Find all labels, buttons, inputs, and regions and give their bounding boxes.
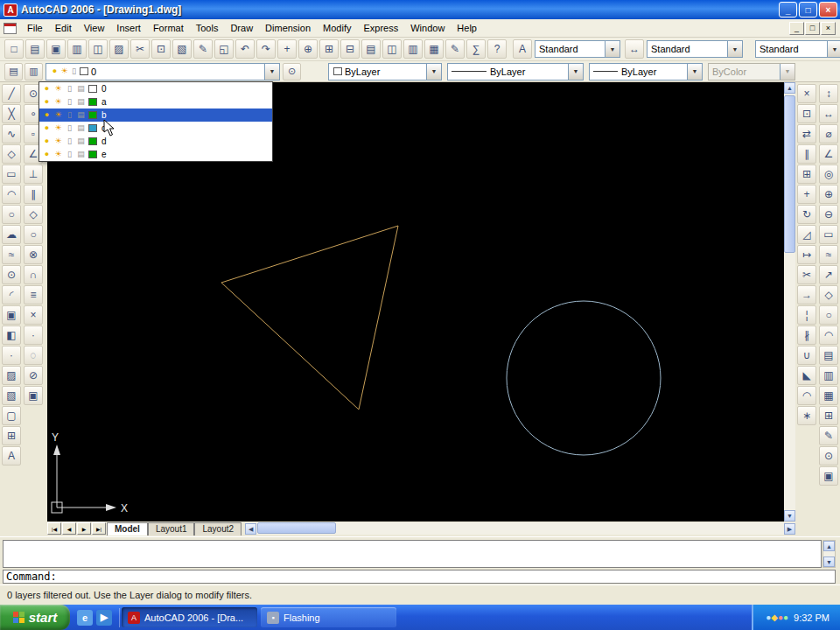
dim-table-icon[interactable]: ⊞ (819, 406, 838, 425)
layer-plot-icon[interactable]: ▤ (76, 124, 86, 132)
ellipse-arc-icon[interactable]: ◜ (2, 285, 21, 304)
hatch-icon[interactable]: ▨ (2, 366, 21, 385)
dim-baseline-icon[interactable]: ▭ (819, 225, 838, 244)
offset-icon[interactable]: ∥ (797, 144, 816, 164)
child-restore-button[interactable]: □ (805, 22, 820, 35)
taskbar-button-flashing[interactable]: ▪ Flashing (261, 607, 396, 627)
plot-icon[interactable]: ▥ (67, 39, 87, 59)
snap-tangent-icon[interactable]: ⊗ (24, 245, 43, 264)
construction-line-icon[interactable]: ╳ (2, 104, 21, 123)
tab-layout2[interactable]: Layout2 (194, 522, 242, 536)
mirror-icon[interactable]: ⇄ (797, 124, 816, 144)
layer-dropdown-item[interactable]: ● ☀ ▯ ▤ c (39, 122, 272, 135)
zoom-in-icon[interactable]: ⊕ (819, 185, 838, 204)
scale-icon[interactable]: ◿ (797, 225, 816, 244)
text-style-icon[interactable]: A (513, 39, 532, 59)
snap-nearest-icon[interactable]: ◌ (24, 346, 43, 365)
scroll-right-icon[interactable]: ▶ (784, 523, 795, 535)
scroll-down-icon[interactable]: ▼ (823, 556, 835, 567)
extend-icon[interactable]: → (797, 285, 816, 304)
insert-block-icon[interactable]: ▣ (2, 305, 21, 325)
command-input[interactable]: Command: (3, 570, 836, 584)
quick-calc-icon[interactable]: ∑ (466, 39, 486, 59)
snap-extension-icon[interactable]: ∥ (24, 185, 43, 204)
layer-freeze-icon[interactable]: ☀ (53, 124, 63, 132)
horizontal-scroll-thumb[interactable] (257, 522, 336, 534)
layer-freeze-icon[interactable]: ☀ (53, 137, 63, 145)
copy-object-icon[interactable]: ⊡ (797, 104, 816, 123)
markup-set-manager-icon[interactable]: ✎ (445, 39, 465, 59)
layer-plot-icon[interactable]: ▤ (76, 150, 86, 158)
tolerance-icon[interactable]: ◇ (819, 285, 838, 304)
menu-express[interactable]: Express (357, 20, 404, 36)
layer-freeze-icon[interactable]: ☀ (53, 111, 63, 119)
new-icon[interactable]: □ (4, 39, 24, 59)
join-icon[interactable]: ∪ (797, 346, 816, 365)
array-icon[interactable]: ⊞ (797, 164, 816, 184)
minimize-button[interactable]: _ (779, 2, 797, 18)
undo-icon[interactable]: ↶ (235, 39, 255, 59)
snap-perpendicular-icon[interactable]: ∩ (24, 265, 43, 284)
pan-icon[interactable]: + (277, 39, 297, 59)
layer-dropdown-item[interactable]: ● ☀ ▯ ▤ 0 (39, 82, 272, 95)
properties-icon[interactable]: ▤ (361, 39, 381, 59)
text-style-combo[interactable]: Standard ▼ (535, 40, 620, 58)
lineweight-combo[interactable]: ByLayer ▼ (589, 63, 703, 80)
dim-text-edit-icon[interactable]: ▥ (819, 366, 838, 385)
layer-properties-manager-icon[interactable]: ▤ (4, 63, 23, 80)
tab-nav-prev[interactable]: ◀ (62, 522, 76, 535)
snap-parallel-icon[interactable]: ≡ (24, 285, 43, 304)
layer-on-icon[interactable]: ● (42, 111, 52, 119)
rectangle-icon[interactable]: ▭ (2, 164, 21, 184)
vertical-scrollbar[interactable]: ▲ ▼ (784, 82, 795, 522)
break-icon[interactable]: ∦ (797, 326, 816, 345)
menu-dimension[interactable]: Dimension (259, 20, 317, 36)
layer-on-icon[interactable]: ● (42, 98, 52, 106)
polygon-icon[interactable]: ◇ (2, 144, 21, 164)
layer-freeze-icon[interactable]: ☀ (53, 98, 63, 106)
dim-edit-icon[interactable]: ▤ (819, 346, 838, 365)
move-icon[interactable]: + (797, 185, 816, 204)
layer-plot-icon[interactable]: ▤ (76, 85, 86, 93)
scroll-up-icon[interactable]: ▲ (823, 541, 835, 551)
circle-icon[interactable]: ○ (2, 205, 21, 224)
dim-linear-icon[interactable]: ↕ (819, 84, 838, 103)
sheet-set-manager-icon[interactable]: ▦ (424, 39, 444, 59)
tab-nav-next[interactable]: ▶ (77, 522, 91, 535)
line-icon[interactable]: ╱ (2, 84, 21, 103)
chamfer-icon[interactable]: ◣ (797, 366, 816, 385)
erase-icon[interactable]: × (797, 84, 816, 103)
layer-plot-icon[interactable]: ▤ (76, 137, 86, 145)
open-icon[interactable]: ▤ (25, 39, 45, 59)
child-close-button[interactable]: × (821, 22, 836, 35)
layer-dropdown-item[interactable]: ● ☀ ▯ ▤ b (39, 108, 272, 122)
layer-lock-icon[interactable]: ▯ (65, 85, 74, 93)
layer-lock-icon[interactable]: ▯ (65, 150, 74, 158)
publish-icon[interactable]: ▨ (109, 39, 129, 59)
redo-icon[interactable]: ↷ (256, 39, 276, 59)
dim-radius-icon[interactable]: ○ (819, 305, 838, 325)
menu-modify[interactable]: Modify (317, 20, 357, 36)
zoom-realtime-icon[interactable]: ⊕ (298, 39, 318, 59)
scroll-down-icon[interactable]: ▼ (784, 510, 795, 522)
snap-insert-icon[interactable]: × (24, 305, 43, 325)
zoom-window-icon[interactable]: ⊞ (319, 39, 339, 59)
menu-insert[interactable]: Insert (110, 20, 147, 36)
paste-icon[interactable]: ▧ (172, 39, 192, 59)
scroll-up-icon[interactable]: ▲ (784, 82, 795, 94)
dim-style-icon[interactable]: ✎ (819, 426, 838, 445)
close-button[interactable]: × (819, 2, 837, 18)
child-minimize-button[interactable]: _ (789, 22, 804, 35)
layer-on-icon[interactable]: ● (42, 85, 52, 93)
match-properties-icon[interactable]: ✎ (193, 39, 213, 59)
layer-combo[interactable]: ● ☀ ▯ 0 ▼ (46, 63, 280, 80)
help-icon[interactable]: ? (487, 39, 507, 59)
chevron-down-icon[interactable]: ▼ (827, 41, 840, 57)
dim-arc-icon[interactable]: ◠ (819, 326, 838, 345)
trim-icon[interactable]: ✂ (797, 265, 816, 284)
leader-icon[interactable]: ↗ (819, 265, 838, 284)
layer-plot-icon[interactable]: ▤ (76, 111, 86, 119)
chevron-down-icon[interactable]: ▼ (264, 64, 279, 80)
revision-cloud-icon[interactable]: ☁ (2, 225, 21, 244)
zoom-previous-icon[interactable]: ⊟ (340, 39, 360, 59)
